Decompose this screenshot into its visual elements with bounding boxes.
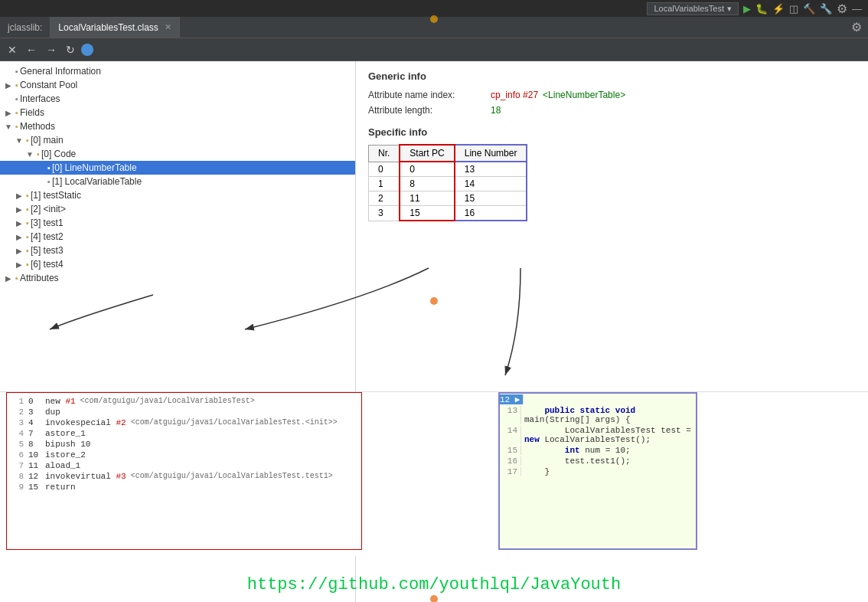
tree-label: Interfaces — [20, 93, 60, 104]
tab-localvariablestest-label: LocalVariablesTest.class — [58, 22, 158, 33]
tab-close-icon[interactable]: ✕ — [165, 22, 171, 32]
page-icon: ▪ — [47, 177, 51, 186]
tree-label: Methods — [20, 121, 55, 132]
loading-spinner — [81, 44, 93, 56]
tree-item-interfaces[interactable]: ▪ Interfaces — [0, 92, 355, 106]
tree-item-general-information[interactable]: ▪ General Information — [0, 64, 355, 78]
settings-icon[interactable]: ⚙ — [837, 2, 847, 16]
tab-settings-btn[interactable]: ⚙ — [845, 17, 868, 38]
debug-icon[interactable]: 🐛 — [755, 3, 768, 15]
tree-label: [4] test2 — [31, 231, 64, 242]
specific-info-title: Specific info — [368, 126, 856, 138]
tree-item-test2[interactable]: ▶ ▪ [4] test2 — [0, 230, 355, 244]
bytecode-row: 5 8 bipush 10 — [10, 439, 358, 450]
tree-item-localvariabletable[interactable]: ▪ [1] LocalVariableTable — [0, 175, 355, 188]
run-icon[interactable]: ▶ — [743, 3, 751, 15]
source-code: public static void main(String[] args) { — [521, 406, 696, 424]
bytecode-row: 3 4 invokespecial #2 <com/atguigu/java1/… — [10, 417, 358, 428]
tree-toggle: ▶ — [3, 109, 14, 117]
config-name-box[interactable]: LocalVariablesTest ▾ — [647, 2, 739, 15]
profile-icon[interactable]: ◫ — [789, 3, 798, 15]
tree-item-attributes[interactable]: ▶ ▪ Attributes — [0, 271, 355, 285]
folder-icon: ▪ — [37, 149, 40, 159]
tree-label: Fields — [20, 107, 44, 118]
tree-toggle: ▶ — [3, 81, 14, 90]
config-name: LocalVariablesTest — [654, 4, 724, 13]
cell-nr: 0 — [369, 162, 400, 177]
source-linenum: 12 ▶ — [500, 394, 524, 404]
folder-icon: ▪ — [15, 273, 18, 283]
tree-item-test4[interactable]: ▶ ▪ [6] test4 — [0, 257, 355, 271]
source-linenum: 15 — [500, 446, 521, 455]
table-row: 0 0 13 — [369, 162, 527, 177]
tree-item-init[interactable]: ▶ ▪ [2] <init> — [0, 202, 355, 216]
back-button[interactable]: ← — [23, 42, 40, 57]
forward-button[interactable]: → — [43, 42, 60, 57]
tab-bar: jclasslib: LocalVariablesTest.class ✕ ⚙ — [0, 17, 868, 38]
tree-item-fields[interactable]: ▶ ▪ Fields — [0, 106, 355, 119]
tree-toggle: ▶ — [14, 247, 24, 255]
col-linenumber: Line Number — [455, 145, 527, 162]
folder-icon: ▪ — [26, 218, 29, 227]
folder-icon: ▪ — [15, 122, 18, 131]
tree-item-main[interactable]: ▼ ▪ [0] main — [0, 133, 355, 147]
refresh-button[interactable]: ↻ — [63, 42, 78, 57]
tree-toggle: ▼ — [3, 123, 14, 131]
tab-jclasslib[interactable]: jclasslib: — [0, 17, 51, 38]
cell-startpc: 8 — [400, 177, 454, 191]
coverage-icon[interactable]: ⚡ — [772, 3, 785, 15]
table-row: 1 8 14 — [369, 177, 527, 191]
cell-nr: 2 — [369, 191, 400, 206]
cell-startpc: 15 — [400, 206, 454, 221]
close-button[interactable]: ✕ — [5, 42, 20, 57]
tree-item-teststatic[interactable]: ▶ ▪ [1] testStatic — [0, 188, 355, 202]
attr-name-value: cp_info #27 — [491, 90, 538, 100]
tree-label: [5] test3 — [31, 245, 64, 256]
tree-item-constant-pool[interactable]: ▶ ▪ Constant Pool — [0, 78, 355, 92]
cell-linenumber: 15 — [455, 191, 527, 206]
tree-label: [0] Code — [41, 149, 76, 159]
folder-icon: ▪ — [26, 260, 29, 269]
tree-item-code[interactable]: ▼ ▪ [0] Code — [0, 147, 355, 161]
tree-toggle: ▶ — [14, 205, 24, 214]
source-code — [524, 394, 527, 404]
bytecode-row: 1 0 new #1 <com/atguigu/java1/LocalVaria… — [10, 396, 358, 407]
folder-icon: ▪ — [26, 191, 29, 200]
cell-nr: 3 — [369, 206, 400, 221]
tree-label: [2] <init> — [31, 204, 66, 214]
tree-item-test1[interactable]: ▶ ▪ [3] test1 — [0, 216, 355, 230]
tree-toggle: ▶ — [14, 233, 24, 241]
tree-item-methods[interactable]: ▼ ▪ Methods — [0, 119, 355, 133]
tree-toggle: ▼ — [14, 136, 24, 145]
tree-label: Attributes — [20, 273, 59, 283]
source-code: int num = 10; — [521, 446, 631, 455]
source-row: 15 int num = 10; — [500, 445, 696, 456]
bytecode-row: 4 7 astore_1 — [10, 428, 358, 439]
tree-item-linenumbertable[interactable]: ▪ [0] LineNumberTable — [0, 161, 355, 175]
tools-icon[interactable]: 🔧 — [820, 3, 832, 15]
tree-item-test3[interactable]: ▶ ▪ [5] test3 — [0, 244, 355, 257]
source-code: LocalVariablesTest test = new LocalVaria… — [521, 426, 696, 444]
bytecode-panel: 1 0 new #1 <com/atguigu/java1/LocalVaria… — [6, 392, 362, 550]
folder-icon: ▪ — [15, 80, 18, 90]
tree-label: Constant Pool — [20, 80, 77, 90]
top-bar-right: LocalVariablesTest ▾ ▶ 🐛 ⚡ ◫ 🔨 🔧 ⚙ — — [647, 2, 862, 16]
cell-linenumber: 16 — [455, 206, 527, 221]
folder-icon: ▪ — [26, 136, 29, 145]
tree-label: [6] test4 — [31, 259, 64, 270]
folder-icon: ▪ — [26, 232, 29, 241]
tree-label: [1] testStatic — [31, 190, 81, 201]
build-icon[interactable]: 🔨 — [803, 3, 815, 15]
tree-label: [0] main — [31, 135, 64, 146]
attr-name-label: Attribute name index: — [368, 90, 491, 100]
table-row: 2 11 15 — [369, 191, 527, 206]
tab-jclasslib-label: jclasslib: — [8, 22, 42, 33]
source-row: 13 public static void main(String[] args… — [500, 405, 696, 425]
tree-toggle: ▶ — [3, 274, 14, 283]
cell-linenumber: 13 — [455, 162, 527, 177]
attr-name-row: Attribute name index: cp_info #27 <LineN… — [368, 90, 856, 100]
tab-localvariablestest[interactable]: LocalVariablesTest.class ✕ — [51, 17, 180, 38]
minimize-icon[interactable]: — — [852, 3, 862, 15]
tree-toggle: ▼ — [24, 150, 35, 159]
bytecode-row: 9 15 return — [10, 482, 358, 492]
